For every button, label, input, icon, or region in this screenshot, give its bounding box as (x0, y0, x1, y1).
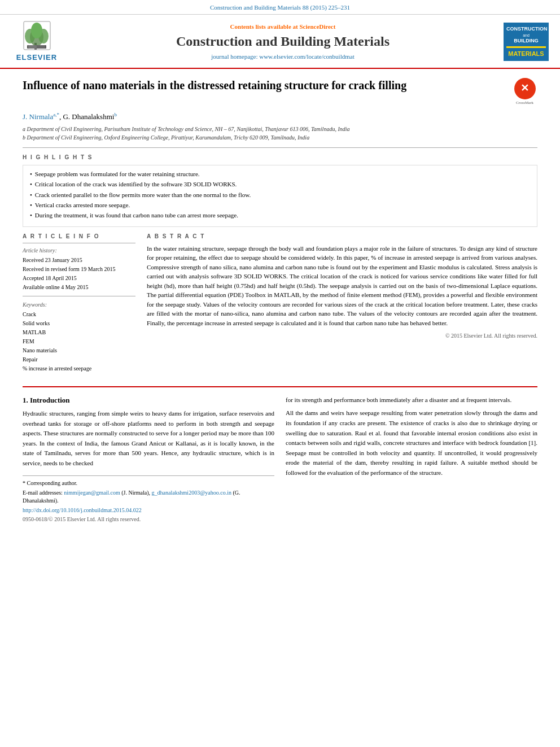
issn-text: 0950-0618/© 2015 Elsevier Ltd. All right… (23, 516, 274, 523)
crossmark-icon: ✕ (514, 78, 536, 99)
highlight-text-5: During the treatment, it was found that … (35, 211, 238, 220)
abstract-text: In the water retaining structure, seepag… (147, 244, 537, 328)
journal-header: ELSEVIER Contents lists available at Sci… (0, 15, 560, 68)
main-content: Influence of nano materials in the distr… (0, 69, 560, 532)
date-available: Available online 4 May 2015 (23, 283, 135, 291)
highlight-text-1: Seepage problem was formulated for the w… (35, 170, 200, 178)
bullet-2: • (30, 180, 32, 189)
author2-sup: b (114, 112, 117, 117)
intro-section-label: Introduction (30, 396, 70, 404)
author2-name: , G. Dhanalakshmi (59, 113, 114, 121)
body-col-left: 1. Introduction Hydraulic structures, ra… (23, 395, 274, 523)
keyword-1: Crack (23, 311, 135, 318)
footnote-area: * Corresponding author. E-mail addresses… (23, 475, 274, 523)
abstract-col: A B S T R A C T In the water retaining s… (147, 233, 537, 378)
highlights-box: • Seepage problem was formulated for the… (23, 165, 537, 227)
sciencedirect-line: Contents lists available at ScienceDirec… (68, 23, 498, 31)
body-col-right: for its strength and performance both im… (286, 395, 537, 523)
footnote-email1-author: (J. Nirmala), (120, 490, 152, 496)
crossmark-badge[interactable]: ✕ CrossMark (512, 78, 537, 106)
highlight-text-2: Critical location of the crack was ident… (35, 180, 237, 189)
article-abstract-row: A R T I C L E I N F O Article history: R… (23, 233, 537, 378)
highlights-header: H I G H L I G H T S (23, 154, 537, 161)
logo-and-text: and (506, 33, 546, 38)
affiliations: a Department of Civil Engineering, Paris… (23, 125, 537, 142)
journal-header-center: Contents lists available at ScienceDirec… (68, 23, 498, 61)
footnote-email-line: E-mail addresses: nimmijegan@gmail.com (… (23, 489, 274, 505)
article-info-col: A R T I C L E I N F O Article history: R… (23, 233, 135, 378)
highlight-item: • Vertical cracks arrested more seepage. (30, 201, 530, 209)
bullet-4: • (30, 201, 32, 209)
date-received: Received 23 January 2015 (23, 256, 135, 264)
svg-rect-7 (37, 45, 45, 49)
keywords-section: Keywords: Crack Solid works MATLAB FEM N… (23, 301, 135, 373)
journal-homepage: journal homepage: www.elsevier.com/locat… (68, 53, 498, 61)
bullet-3: • (30, 191, 32, 199)
author1-sup: a,* (53, 112, 59, 117)
footnote-corresponding: * Corresponding author. (23, 479, 274, 487)
abstract-header: A B S T R A C T (147, 233, 537, 241)
date-revised: Received in revised form 19 March 2015 (23, 265, 135, 273)
logo-building-text: Building (506, 38, 546, 45)
keyword-2: Solid works (23, 320, 135, 327)
sciencedirect-link[interactable]: ScienceDirect (299, 23, 335, 30)
highlight-item: • During the treatment, it was found tha… (30, 211, 530, 220)
homepage-url[interactable]: www.elsevier.com/locate/conbuildmat (259, 53, 355, 60)
paper-title: Influence of nano materials in the distr… (23, 78, 504, 93)
highlights-section: H I G H L I G H T S • Seepage problem wa… (23, 154, 537, 227)
highlight-item: • Crack oriented parallel to the flow pe… (30, 191, 530, 199)
keyword-7: % increase in arrested seepage (23, 365, 135, 373)
affiliation-a: a Department of Civil Engineering, Paris… (23, 125, 537, 133)
svg-rect-6 (28, 45, 37, 49)
journal-citation: Construction and Building Materials 88 (… (210, 4, 350, 11)
keyword-6: Repair (23, 356, 135, 364)
elsevier-logo: ELSEVIER (11, 20, 62, 63)
keyword-4: FEM (23, 338, 135, 346)
keyword-5: Nano materials (23, 347, 135, 355)
article-history-label: Article history: (23, 247, 135, 255)
svg-point-4 (31, 23, 42, 38)
journal-logo-box: Construction and Building MATERIALS (504, 23, 549, 61)
highlight-item: • Critical location of the crack was ide… (30, 180, 530, 189)
email1-link[interactable]: nimmijegan@gmail.com (64, 490, 120, 496)
keyword-3: MATLAB (23, 329, 135, 337)
highlight-text-3: Crack oriented parallel to the flow perm… (35, 191, 251, 199)
article-info-section: A R T I C L E I N F O Article history: R… (23, 233, 135, 373)
abstract-section: A B S T R A C T In the water retaining s… (147, 233, 537, 340)
top-citation-bar: Construction and Building Materials 88 (… (0, 0, 560, 15)
crossmark-label: CrossMark (516, 101, 533, 106)
logo-construction-text: Construction (506, 26, 546, 33)
keywords-label: Keywords: (23, 301, 135, 309)
bullet-1: • (30, 170, 32, 178)
elsevier-name: ELSEVIER (16, 53, 57, 63)
intro-section-title: 1. Introduction (23, 395, 274, 405)
authors-line: J. Nirmalaa,*, G. Dhanalakshmib (23, 111, 537, 123)
intro-para1: Hydraulic structures, ranging from simpl… (23, 409, 274, 469)
intro-section-num: 1. (23, 396, 30, 404)
paper-title-area: Influence of nano materials in the distr… (23, 78, 537, 106)
intro-para3: All the dams and weirs have seepage resu… (286, 408, 537, 478)
divider-1 (23, 147, 537, 148)
footnote-email-label: E-mail addresses: (23, 490, 64, 496)
journal-title: Construction and Building Materials (68, 32, 498, 51)
elsevier-tree-icon (16, 20, 58, 51)
bullet-5: • (30, 211, 32, 220)
article-info-header: A R T I C L E I N F O (23, 233, 135, 241)
affiliation-b: b Department of Civil Engineering, Oxfor… (23, 133, 537, 142)
logo-bar (506, 46, 546, 48)
article-history-box: Article history: Received 23 January 201… (23, 243, 135, 296)
email2-link[interactable]: g_dhanalakshmi2003@yahoo.co.in (152, 490, 231, 496)
logo-materials-text: MATERIALS (506, 50, 546, 58)
highlight-item: • Seepage problem was formulated for the… (30, 170, 530, 178)
author1-name[interactable]: J. Nirmala (23, 113, 53, 121)
body-two-col: 1. Introduction Hydraulic structures, ra… (23, 395, 537, 523)
copyright-line: © 2015 Elsevier Ltd. All rights reserved… (147, 332, 537, 340)
date-accepted: Accepted 18 April 2015 (23, 274, 135, 282)
intro-para2: for its strength and performance both im… (286, 395, 537, 405)
highlight-text-4: Vertical cracks arrested more seepage. (35, 201, 130, 209)
page: Construction and Building Materials 88 (… (0, 0, 560, 747)
body-divider (23, 386, 537, 387)
doi-link[interactable]: http://dx.doi.org/10.1016/j.conbuildmat.… (23, 506, 274, 514)
